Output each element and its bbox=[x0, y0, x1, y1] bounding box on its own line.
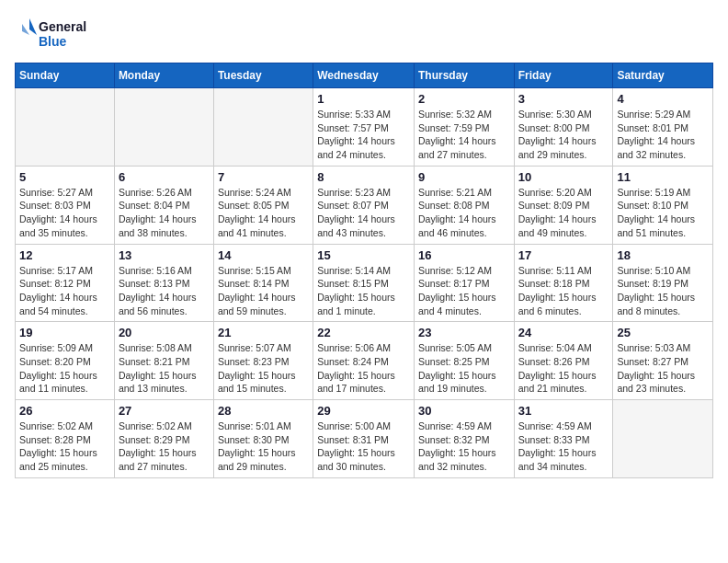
calendar-day-cell: 25Sunrise: 5:03 AM Sunset: 8:27 PM Dayli… bbox=[613, 322, 713, 400]
day-info: Sunrise: 5:23 AM Sunset: 8:07 PM Dayligh… bbox=[317, 186, 410, 240]
day-number: 30 bbox=[418, 404, 510, 418]
logo: General Blue bbox=[15, 15, 97, 55]
day-number: 13 bbox=[119, 248, 210, 262]
day-info: Sunrise: 5:08 AM Sunset: 8:21 PM Dayligh… bbox=[119, 341, 210, 396]
day-info: Sunrise: 4:59 AM Sunset: 8:32 PM Dayligh… bbox=[418, 419, 510, 474]
day-number: 29 bbox=[317, 404, 410, 418]
calendar-day-cell: 31Sunrise: 4:59 AM Sunset: 8:33 PM Dayli… bbox=[514, 400, 613, 478]
calendar-day-cell bbox=[114, 88, 213, 167]
day-info: Sunrise: 5:33 AM Sunset: 7:57 PM Dayligh… bbox=[317, 108, 410, 162]
calendar-day-cell: 27Sunrise: 5:02 AM Sunset: 8:29 PM Dayli… bbox=[114, 400, 213, 478]
calendar-day-cell: 5Sunrise: 5:27 AM Sunset: 8:03 PM Daylig… bbox=[16, 166, 115, 244]
day-info: Sunrise: 5:04 AM Sunset: 8:26 PM Dayligh… bbox=[518, 341, 609, 396]
calendar-day-cell: 8Sunrise: 5:23 AM Sunset: 8:07 PM Daylig… bbox=[313, 166, 415, 244]
day-number: 3 bbox=[518, 92, 609, 106]
day-number: 27 bbox=[119, 404, 210, 418]
calendar-day-cell: 17Sunrise: 5:11 AM Sunset: 8:18 PM Dayli… bbox=[514, 244, 613, 322]
day-number: 4 bbox=[617, 92, 709, 106]
page-header: General Blue bbox=[15, 15, 713, 55]
day-info: Sunrise: 5:20 AM Sunset: 8:09 PM Dayligh… bbox=[518, 186, 609, 240]
logo-svg: General Blue bbox=[15, 15, 97, 55]
calendar-day-cell: 29Sunrise: 5:00 AM Sunset: 8:31 PM Dayli… bbox=[313, 400, 415, 478]
day-info: Sunrise: 5:02 AM Sunset: 8:28 PM Dayligh… bbox=[19, 419, 110, 474]
day-info: Sunrise: 5:00 AM Sunset: 8:31 PM Dayligh… bbox=[317, 419, 410, 474]
day-info: Sunrise: 5:07 AM Sunset: 8:23 PM Dayligh… bbox=[218, 341, 309, 396]
calendar-day-cell bbox=[213, 88, 313, 167]
day-info: Sunrise: 5:10 AM Sunset: 8:19 PM Dayligh… bbox=[617, 264, 709, 318]
calendar-day-cell: 28Sunrise: 5:01 AM Sunset: 8:30 PM Dayli… bbox=[213, 400, 313, 478]
svg-text:General: General bbox=[39, 19, 86, 34]
calendar-day-cell: 4Sunrise: 5:29 AM Sunset: 8:01 PM Daylig… bbox=[613, 88, 713, 167]
calendar-day-cell: 6Sunrise: 5:26 AM Sunset: 8:04 PM Daylig… bbox=[114, 166, 213, 244]
calendar-day-cell: 18Sunrise: 5:10 AM Sunset: 8:19 PM Dayli… bbox=[613, 244, 713, 322]
calendar-day-cell: 30Sunrise: 4:59 AM Sunset: 8:32 PM Dayli… bbox=[414, 400, 514, 478]
day-info: Sunrise: 5:06 AM Sunset: 8:24 PM Dayligh… bbox=[317, 341, 410, 396]
calendar-day-cell: 13Sunrise: 5:16 AM Sunset: 8:13 PM Dayli… bbox=[114, 244, 213, 322]
calendar-day-cell: 24Sunrise: 5:04 AM Sunset: 8:26 PM Dayli… bbox=[514, 322, 613, 400]
day-number: 20 bbox=[119, 326, 210, 339]
weekday-header: Thursday bbox=[414, 63, 514, 88]
day-number: 9 bbox=[418, 170, 510, 184]
calendar-day-cell: 7Sunrise: 5:24 AM Sunset: 8:05 PM Daylig… bbox=[213, 166, 313, 244]
day-number: 18 bbox=[617, 248, 709, 262]
weekday-header: Tuesday bbox=[213, 63, 313, 88]
day-info: Sunrise: 5:24 AM Sunset: 8:05 PM Dayligh… bbox=[218, 186, 309, 240]
calendar-day-cell: 20Sunrise: 5:08 AM Sunset: 8:21 PM Dayli… bbox=[114, 322, 213, 400]
day-number: 11 bbox=[617, 170, 709, 184]
day-info: Sunrise: 5:32 AM Sunset: 7:59 PM Dayligh… bbox=[418, 108, 510, 162]
day-info: Sunrise: 5:21 AM Sunset: 8:08 PM Dayligh… bbox=[418, 186, 510, 240]
day-number: 19 bbox=[19, 326, 110, 339]
calendar-table: SundayMondayTuesdayWednesdayThursdayFrid… bbox=[15, 63, 713, 478]
svg-marker-2 bbox=[29, 18, 37, 35]
calendar-day-cell bbox=[16, 88, 115, 167]
calendar-day-cell bbox=[613, 400, 713, 478]
day-number: 26 bbox=[19, 404, 110, 418]
day-number: 15 bbox=[317, 248, 410, 262]
day-info: Sunrise: 5:16 AM Sunset: 8:13 PM Dayligh… bbox=[119, 264, 210, 318]
day-info: Sunrise: 5:12 AM Sunset: 8:17 PM Dayligh… bbox=[418, 264, 510, 318]
day-number: 17 bbox=[518, 248, 609, 262]
weekday-header: Saturday bbox=[613, 63, 713, 88]
day-number: 31 bbox=[518, 404, 609, 418]
weekday-header: Sunday bbox=[16, 63, 115, 88]
calendar-day-cell: 15Sunrise: 5:14 AM Sunset: 8:15 PM Dayli… bbox=[313, 244, 415, 322]
weekday-header: Friday bbox=[514, 63, 613, 88]
day-number: 21 bbox=[218, 326, 309, 339]
day-info: Sunrise: 5:02 AM Sunset: 8:29 PM Dayligh… bbox=[119, 419, 210, 474]
calendar-day-cell: 21Sunrise: 5:07 AM Sunset: 8:23 PM Dayli… bbox=[213, 322, 313, 400]
day-info: Sunrise: 5:30 AM Sunset: 8:00 PM Dayligh… bbox=[518, 108, 609, 162]
calendar-day-cell: 22Sunrise: 5:06 AM Sunset: 8:24 PM Dayli… bbox=[313, 322, 415, 400]
calendar-day-cell: 16Sunrise: 5:12 AM Sunset: 8:17 PM Dayli… bbox=[414, 244, 514, 322]
calendar-day-cell: 19Sunrise: 5:09 AM Sunset: 8:20 PM Dayli… bbox=[16, 322, 115, 400]
svg-text:Blue: Blue bbox=[39, 34, 67, 49]
calendar-day-cell: 9Sunrise: 5:21 AM Sunset: 8:08 PM Daylig… bbox=[414, 166, 514, 244]
day-info: Sunrise: 5:29 AM Sunset: 8:01 PM Dayligh… bbox=[617, 108, 709, 162]
day-number: 2 bbox=[418, 92, 510, 106]
day-info: Sunrise: 5:01 AM Sunset: 8:30 PM Dayligh… bbox=[218, 419, 309, 474]
day-number: 25 bbox=[617, 326, 709, 339]
calendar-day-cell: 14Sunrise: 5:15 AM Sunset: 8:14 PM Dayli… bbox=[213, 244, 313, 322]
day-number: 6 bbox=[119, 170, 210, 184]
day-info: Sunrise: 5:11 AM Sunset: 8:18 PM Dayligh… bbox=[518, 264, 609, 318]
day-number: 14 bbox=[218, 248, 309, 262]
day-number: 24 bbox=[518, 326, 609, 339]
calendar-week-row: 1Sunrise: 5:33 AM Sunset: 7:57 PM Daylig… bbox=[16, 88, 713, 167]
day-number: 22 bbox=[317, 326, 410, 339]
calendar-week-row: 19Sunrise: 5:09 AM Sunset: 8:20 PM Dayli… bbox=[16, 322, 713, 400]
day-info: Sunrise: 5:27 AM Sunset: 8:03 PM Dayligh… bbox=[19, 186, 110, 240]
day-info: Sunrise: 5:15 AM Sunset: 8:14 PM Dayligh… bbox=[218, 264, 309, 318]
day-info: Sunrise: 5:03 AM Sunset: 8:27 PM Dayligh… bbox=[617, 341, 709, 396]
day-number: 7 bbox=[218, 170, 309, 184]
calendar-week-row: 5Sunrise: 5:27 AM Sunset: 8:03 PM Daylig… bbox=[16, 166, 713, 244]
day-info: Sunrise: 5:19 AM Sunset: 8:10 PM Dayligh… bbox=[617, 186, 709, 240]
day-info: Sunrise: 5:26 AM Sunset: 8:04 PM Dayligh… bbox=[119, 186, 210, 240]
day-info: Sunrise: 5:14 AM Sunset: 8:15 PM Dayligh… bbox=[317, 264, 410, 318]
calendar-day-cell: 26Sunrise: 5:02 AM Sunset: 8:28 PM Dayli… bbox=[16, 400, 115, 478]
weekday-header: Wednesday bbox=[313, 63, 415, 88]
day-number: 10 bbox=[518, 170, 609, 184]
weekday-header: Monday bbox=[114, 63, 213, 88]
day-number: 5 bbox=[19, 170, 110, 184]
day-number: 12 bbox=[19, 248, 110, 262]
calendar-week-row: 12Sunrise: 5:17 AM Sunset: 8:12 PM Dayli… bbox=[16, 244, 713, 322]
calendar-day-cell: 11Sunrise: 5:19 AM Sunset: 8:10 PM Dayli… bbox=[613, 166, 713, 244]
